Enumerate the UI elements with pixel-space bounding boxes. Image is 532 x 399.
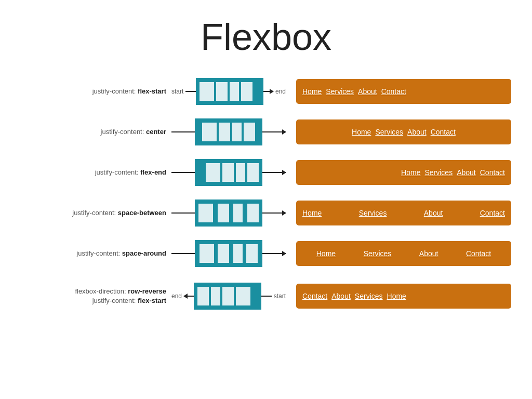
- flex-diagram-center: [195, 118, 262, 145]
- row-space-around: justify-content: space-aroundHomeService…: [21, 236, 511, 271]
- diagram-flex-end: [171, 157, 286, 188]
- row-flex-end: justify-content: flex-endHomeServicesAbo…: [21, 155, 511, 190]
- flex-diagram-flex-end: [195, 159, 262, 186]
- nav-bar-center: HomeServicesAboutContact: [296, 119, 511, 144]
- flex-item-2: [233, 244, 243, 263]
- end-label-flex-start: end: [275, 88, 286, 95]
- start-label-flex-start: start: [171, 88, 183, 95]
- nav-link-home-space-around[interactable]: Home: [316, 249, 336, 258]
- flex-item-3: [197, 287, 209, 305]
- row-center: justify-content: centerHomeServicesAbout…: [21, 114, 511, 150]
- nav-link-home-flex-start[interactable]: Home: [302, 87, 322, 96]
- main-content: justify-content: flex-startstartendHomeS…: [0, 69, 532, 321]
- nav-bar-row-reverse: HomeServicesAboutContact: [296, 284, 511, 309]
- nav-link-contact-space-between[interactable]: Contact: [480, 209, 505, 217]
- flex-item-1: [219, 123, 230, 141]
- nav-bar-flex-end: HomeServicesAboutContact: [296, 160, 511, 185]
- nav-link-services-space-around[interactable]: Services: [364, 249, 392, 258]
- flex-diagram-space-between: [195, 200, 262, 227]
- nav-link-contact-row-reverse[interactable]: Contact: [302, 292, 327, 300]
- flex-item-3: [246, 244, 258, 263]
- nav-area-space-around: HomeServicesAboutContact: [296, 241, 511, 266]
- nav-link-home-center[interactable]: Home: [352, 128, 371, 136]
- nav-link-services-center[interactable]: Services: [375, 128, 403, 136]
- nav-link-services-flex-start[interactable]: Services: [326, 87, 354, 96]
- label-space-around: justify-content: space-around: [21, 249, 171, 258]
- nav-area-center: HomeServicesAboutContact: [296, 119, 511, 144]
- flex-item-2: [233, 204, 243, 222]
- flex-diagram-flex-start: [196, 78, 263, 105]
- label-row-reverse: flexbox-direction: row-reversejustify-co…: [21, 287, 171, 305]
- flex-item-1: [218, 244, 229, 263]
- diagram-center: [171, 116, 286, 148]
- flex-item-1: [218, 204, 229, 222]
- nav-link-services-row-reverse[interactable]: Services: [355, 292, 383, 300]
- flex-item-3: [244, 123, 255, 141]
- flex-item-0: [236, 287, 250, 305]
- nav-link-contact-space-around[interactable]: Contact: [466, 249, 491, 258]
- flex-item-0: [202, 123, 217, 141]
- nav-link-about-row-reverse[interactable]: About: [331, 292, 351, 300]
- nav-bar-flex-start: HomeServicesAboutContact: [296, 79, 511, 104]
- nav-link-about-flex-start[interactable]: About: [358, 87, 377, 96]
- flex-item-0: [200, 82, 214, 101]
- row-space-between: justify-content: space-betweenHomeServic…: [21, 195, 511, 231]
- flex-item-1: [222, 287, 234, 305]
- nav-area-space-between: HomeServicesAboutContact: [296, 201, 511, 225]
- nav-link-about-space-around[interactable]: About: [419, 249, 438, 258]
- nav-link-services-flex-end[interactable]: Services: [424, 168, 453, 177]
- nav-area-flex-end: HomeServicesAboutContact: [296, 160, 511, 185]
- row-flex-start: justify-content: flex-startstartendHomeS…: [21, 74, 511, 109]
- diagram-flex-start: startend: [171, 76, 286, 107]
- flex-item-2: [232, 123, 242, 141]
- label-space-between: justify-content: space-between: [21, 208, 171, 218]
- flex-item-3: [247, 163, 259, 182]
- nav-link-contact-flex-end[interactable]: Contact: [480, 168, 505, 177]
- diagram-row-reverse: endstart: [171, 281, 286, 312]
- nav-link-contact-center[interactable]: Contact: [431, 128, 456, 136]
- flex-item-2: [236, 163, 245, 182]
- label-center: justify-content: center: [21, 127, 171, 137]
- flex-item-2: [230, 82, 239, 101]
- start-label-row-reverse: start: [274, 292, 286, 300]
- nav-link-about-space-between[interactable]: About: [424, 209, 443, 217]
- nav-link-contact-flex-start[interactable]: Contact: [381, 87, 406, 96]
- flex-item-1: [216, 82, 228, 101]
- flex-item-1: [222, 163, 234, 182]
- end-label-row-reverse: end: [171, 292, 182, 300]
- nav-link-about-flex-end[interactable]: About: [457, 168, 476, 177]
- nav-bar-space-between: HomeServicesAboutContact: [296, 201, 511, 225]
- diagram-space-between: [171, 197, 286, 229]
- flex-item-0: [206, 163, 220, 182]
- nav-link-services-space-between[interactable]: Services: [359, 209, 387, 217]
- flex-item-0: [200, 244, 214, 263]
- diagram-space-around: [171, 238, 286, 269]
- nav-link-home-space-between[interactable]: Home: [302, 209, 322, 217]
- flex-item-3: [247, 204, 259, 222]
- flex-item-0: [198, 204, 213, 222]
- flex-diagram-space-around: [195, 240, 262, 267]
- nav-link-about-center[interactable]: About: [407, 128, 427, 136]
- label-flex-end: justify-content: flex-end: [21, 168, 171, 177]
- label-flex-start: justify-content: flex-start: [21, 87, 171, 96]
- page-title: Flexbox: [0, 0, 532, 69]
- nav-area-row-reverse: HomeServicesAboutContact: [296, 284, 511, 309]
- nav-bar-space-around: HomeServicesAboutContact: [296, 241, 511, 266]
- nav-link-home-flex-end[interactable]: Home: [401, 168, 420, 177]
- row-row-reverse: flexbox-direction: row-reversejustify-co…: [21, 276, 511, 316]
- flex-diagram-row-reverse: [194, 283, 261, 310]
- nav-area-flex-start: HomeServicesAboutContact: [296, 79, 511, 104]
- flex-item-3: [241, 82, 252, 101]
- nav-link-home-row-reverse[interactable]: Home: [387, 292, 406, 300]
- flex-item-2: [211, 287, 220, 305]
